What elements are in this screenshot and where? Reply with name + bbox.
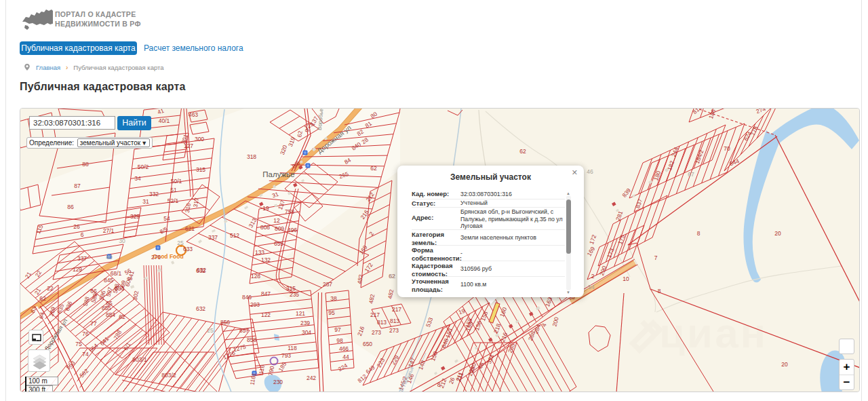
svg-text:62: 62 (519, 148, 526, 155)
svg-text:621: 621 (185, 225, 195, 232)
svg-text:50/2: 50/2 (138, 164, 149, 170)
svg-text:655: 655 (274, 240, 283, 247)
svg-text:62: 62 (296, 130, 304, 138)
svg-text:239: 239 (300, 320, 310, 326)
svg-text:62: 62 (389, 273, 395, 280)
svg-text:19: 19 (262, 205, 269, 212)
svg-text:70: 70 (724, 145, 730, 152)
svg-text:650: 650 (363, 341, 372, 347)
svg-text:88: 88 (82, 161, 89, 168)
svg-text:217: 217 (392, 306, 401, 313)
svg-text:276: 276 (151, 254, 161, 261)
svg-text:40/1: 40/1 (159, 117, 170, 124)
svg-text:51: 51 (170, 187, 177, 193)
svg-text:273: 273 (389, 327, 399, 334)
svg-text:463: 463 (189, 111, 198, 118)
svg-text:20: 20 (774, 230, 781, 237)
svg-text:758: 758 (285, 208, 294, 215)
svg-text:846: 846 (242, 294, 252, 301)
svg-text:97: 97 (334, 326, 341, 333)
svg-text:38: 38 (330, 295, 337, 302)
svg-text:86: 86 (67, 204, 74, 210)
svg-text:54: 54 (163, 215, 170, 222)
svg-text:813: 813 (377, 319, 387, 326)
svg-text:632: 632 (196, 305, 205, 312)
svg-text:855: 855 (102, 305, 111, 311)
svg-text:26: 26 (73, 223, 80, 230)
svg-text:121: 121 (296, 310, 305, 317)
svg-text:858: 858 (247, 337, 256, 343)
svg-text:808: 808 (260, 224, 270, 231)
svg-text:10: 10 (623, 275, 629, 282)
svg-text:133: 133 (255, 249, 264, 256)
svg-text:854: 854 (106, 311, 115, 318)
svg-text:857: 857 (239, 327, 249, 334)
svg-text:803/1: 803/1 (132, 356, 147, 363)
svg-text:54: 54 (588, 284, 595, 290)
svg-text:803/2: 803/2 (161, 372, 176, 379)
svg-text:8: 8 (697, 230, 701, 237)
svg-text:512: 512 (230, 232, 239, 239)
svg-text:315: 315 (196, 166, 205, 173)
svg-text:6: 6 (81, 231, 84, 238)
svg-text:122: 122 (261, 311, 271, 318)
svg-text:62: 62 (119, 313, 125, 320)
svg-text:809: 809 (275, 225, 284, 232)
svg-text:87: 87 (74, 183, 81, 189)
svg-text:242: 242 (307, 375, 316, 381)
svg-text:8: 8 (437, 381, 441, 388)
svg-text:62: 62 (370, 165, 377, 172)
svg-text:25: 25 (207, 327, 214, 334)
svg-text:273: 273 (372, 329, 381, 336)
svg-text:8: 8 (658, 288, 661, 294)
svg-text:118: 118 (288, 345, 297, 351)
svg-text:40: 40 (106, 254, 113, 261)
svg-text:7: 7 (654, 254, 658, 261)
svg-text:856: 856 (220, 319, 230, 326)
svg-text:67: 67 (688, 171, 694, 178)
svg-text:845: 845 (104, 277, 113, 284)
svg-text:34: 34 (134, 175, 141, 182)
svg-text:127: 127 (184, 142, 193, 149)
svg-text:30: 30 (119, 237, 125, 244)
svg-text:466: 466 (339, 345, 349, 352)
svg-text:300: 300 (195, 136, 204, 142)
svg-text:66: 66 (90, 288, 97, 294)
svg-text:22: 22 (47, 285, 54, 292)
svg-text:52/1: 52/1 (167, 197, 179, 204)
svg-text:217: 217 (370, 311, 380, 318)
svg-text:62: 62 (39, 295, 46, 302)
svg-text:77: 77 (90, 320, 97, 327)
svg-text:853: 853 (115, 285, 124, 292)
svg-text:95: 95 (328, 309, 335, 316)
svg-text:98: 98 (336, 337, 343, 344)
svg-text:46: 46 (587, 168, 593, 175)
svg-text:230: 230 (273, 379, 283, 385)
svg-text:25: 25 (177, 240, 184, 246)
svg-text:329: 329 (130, 213, 140, 220)
svg-text:337: 337 (208, 234, 218, 241)
svg-text:132: 132 (261, 256, 271, 263)
svg-text:68/1: 68/1 (111, 270, 122, 277)
svg-text:27/1: 27/1 (103, 227, 115, 234)
svg-text:293: 293 (250, 301, 260, 308)
svg-text:632: 632 (197, 267, 206, 273)
svg-text:Палужье: Палужье (262, 170, 294, 178)
svg-text:129: 129 (73, 266, 82, 273)
svg-text:633: 633 (183, 246, 193, 252)
svg-text:76: 76 (82, 330, 89, 337)
svg-text:31: 31 (142, 198, 149, 205)
svg-text:813: 813 (390, 318, 399, 324)
svg-text:287: 287 (323, 281, 332, 288)
svg-text:75: 75 (75, 341, 82, 347)
svg-text:318: 318 (247, 153, 256, 160)
svg-text:235: 235 (290, 291, 299, 298)
svg-text:74: 74 (82, 351, 89, 358)
svg-text:20: 20 (781, 361, 788, 368)
svg-text:337: 337 (77, 255, 87, 262)
svg-text:496: 496 (288, 227, 297, 233)
svg-text:793: 793 (281, 352, 291, 359)
svg-text:2: 2 (591, 273, 595, 280)
svg-text:50/1: 50/1 (171, 178, 182, 185)
svg-text:304: 304 (302, 329, 311, 336)
